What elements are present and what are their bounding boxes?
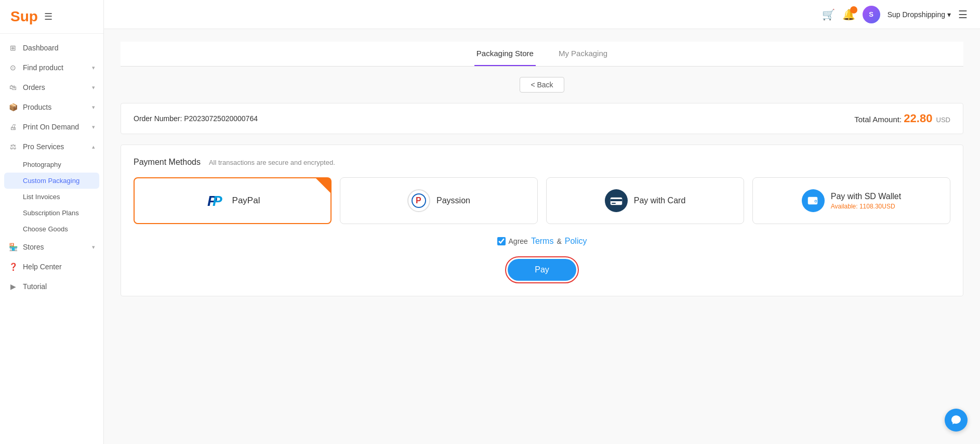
- sidebar-label-print-on-demand: Print On Demand: [23, 123, 79, 131]
- dashboard-icon: ⊞: [8, 43, 18, 53]
- payment-method-payssion[interactable]: P Payssion: [340, 177, 538, 224]
- sidebar-item-dashboard[interactable]: ⊞ Dashboard: [0, 38, 103, 58]
- payssion-label: Payssion: [436, 196, 470, 205]
- policy-link[interactable]: Policy: [565, 237, 587, 246]
- wallet-icon: [802, 189, 825, 212]
- sidebar-label-find-product: Find product: [23, 63, 63, 72]
- sidebar-item-subscription-plans[interactable]: Subscription Plans: [0, 205, 103, 221]
- sidebar-item-pro-services[interactable]: ⚖ Pro Services ▴: [0, 137, 103, 156]
- total-amount: Total Amount: 22.80 USD: [854, 112, 950, 125]
- card-label: Pay with Card: [634, 196, 686, 205]
- main-content: 🛒 🔔 S Sup Dropshipping ▾ ☰ Packaging Sto…: [104, 0, 980, 444]
- tab-my-packaging[interactable]: My Packaging: [557, 42, 610, 66]
- sd-wallet-balance: Available: 1108.30USD: [831, 203, 901, 210]
- sidebar: Sup ☰ ⊞ Dashboard ⊙ Find product ▾ 🛍 Ord…: [0, 0, 104, 444]
- products-icon: 📦: [8, 102, 18, 112]
- page-content: Packaging Store My Packaging < Back Orde…: [104, 29, 980, 444]
- payssion-icon: P: [407, 189, 430, 212]
- payment-title: Payment Methods: [134, 158, 201, 167]
- pay-button-wrapper: Pay: [505, 256, 579, 283]
- sidebar-item-custom-packaging[interactable]: Custom Packaging: [4, 173, 99, 189]
- user-avatar[interactable]: S: [863, 6, 880, 23]
- chat-icon: [950, 414, 962, 426]
- payment-section: Payment Methods All transactions are sec…: [121, 145, 963, 296]
- pay-button[interactable]: Pay: [508, 259, 576, 281]
- back-button[interactable]: < Back: [520, 77, 564, 93]
- paypal-label: PayPal: [232, 195, 260, 206]
- sd-wallet-label: Pay with SD Wallet: [831, 192, 901, 201]
- svg-text:P: P: [213, 193, 222, 209]
- sidebar-item-help-center[interactable]: ❓ Help Center: [0, 257, 103, 277]
- cart-icon[interactable]: 🛒: [822, 8, 835, 21]
- header-icons: 🛒 🔔 S Sup Dropshipping ▾ ☰: [822, 6, 968, 23]
- print-icon: 🖨: [8, 122, 18, 132]
- more-menu-icon[interactable]: ☰: [958, 8, 968, 21]
- sidebar-item-stores[interactable]: 🏪 Stores ▾: [0, 237, 103, 257]
- notification-icon[interactable]: 🔔: [842, 8, 855, 21]
- payment-header: Payment Methods All transactions are sec…: [134, 158, 950, 167]
- sidebar-item-products[interactable]: 📦 Products ▾: [0, 97, 103, 117]
- currency-label: USD: [936, 116, 950, 124]
- sidebar-item-choose-goods[interactable]: Choose Goods: [0, 221, 103, 237]
- sidebar-item-print-on-demand[interactable]: 🖨 Print On Demand ▾: [0, 117, 103, 137]
- user-name-text: Sup Dropshipping: [888, 10, 945, 19]
- chat-widget[interactable]: [945, 409, 968, 432]
- user-name[interactable]: Sup Dropshipping ▾: [888, 10, 951, 19]
- payment-method-card[interactable]: Pay with Card: [546, 177, 744, 224]
- hamburger-icon[interactable]: ☰: [44, 11, 52, 22]
- tab-packaging-store[interactable]: Packaging Store: [474, 42, 536, 66]
- chevron-down-icon: ▾: [92, 64, 95, 71]
- order-number-label: Order Number:: [134, 114, 182, 123]
- tutorial-icon: ▶: [8, 282, 18, 291]
- chevron-down-icon: ▾: [92, 104, 95, 111]
- agree-checkbox[interactable]: [497, 237, 506, 245]
- total-amount-value: 22.80: [904, 112, 932, 125]
- sidebar-item-orders[interactable]: 🛍 Orders ▾: [0, 77, 103, 97]
- total-label: Total Amount:: [854, 115, 902, 124]
- photography-label: Photography: [23, 161, 61, 168]
- stores-icon: 🏪: [8, 242, 18, 252]
- terms-link[interactable]: Terms: [531, 237, 554, 246]
- order-number-value: P20230725020000764: [184, 114, 258, 123]
- orders-icon: 🛍: [8, 83, 18, 92]
- chevron-down-icon: ▾: [92, 244, 95, 251]
- pay-button-row: Pay: [134, 256, 950, 283]
- agree-ampersand: &: [557, 237, 561, 245]
- card-icon: [605, 189, 628, 212]
- paypal-icon: P P: [205, 190, 226, 211]
- svg-point-9: [815, 201, 816, 202]
- user-chevron-icon: ▾: [947, 10, 951, 19]
- back-button-row: < Back: [121, 77, 963, 93]
- sidebar-item-photography[interactable]: Photography: [0, 156, 103, 173]
- svg-rect-6: [612, 203, 616, 204]
- avatar-initials: S: [869, 10, 873, 18]
- help-icon: ❓: [8, 262, 18, 271]
- svg-rect-5: [611, 199, 622, 201]
- page-tabs: Packaging Store My Packaging: [121, 42, 963, 67]
- sidebar-item-list-invoices[interactable]: List Invoices: [0, 189, 103, 205]
- sidebar-logo: Sup ☰: [0, 0, 103, 34]
- list-invoices-label: List Invoices: [23, 193, 60, 201]
- sd-wallet-info: Pay with SD Wallet Available: 1108.30USD: [831, 192, 901, 210]
- sidebar-label-help-center: Help Center: [23, 263, 62, 271]
- sidebar-item-find-product[interactable]: ⊙ Find product ▾: [0, 58, 103, 77]
- sidebar-label-stores: Stores: [23, 243, 44, 251]
- pro-services-icon: ⚖: [8, 142, 18, 151]
- payment-method-sd-wallet[interactable]: Pay with SD Wallet Available: 1108.30USD: [752, 177, 950, 224]
- sidebar-label-products: Products: [23, 103, 51, 111]
- choose-goods-label: Choose Goods: [23, 225, 68, 233]
- svg-text:P: P: [416, 196, 421, 205]
- sidebar-item-tutorial[interactable]: ▶ Tutorial: [0, 277, 103, 296]
- chevron-down-icon: ▾: [92, 84, 95, 91]
- chevron-down-icon: ▾: [92, 124, 95, 130]
- payment-method-paypal[interactable]: P P PayPal: [134, 177, 332, 224]
- sidebar-label-orders: Orders: [23, 83, 45, 92]
- chevron-up-icon: ▴: [92, 143, 95, 150]
- agree-row: Agree Terms & Policy: [134, 237, 950, 246]
- sidebar-nav: ⊞ Dashboard ⊙ Find product ▾ 🛍 Orders ▾ …: [0, 34, 103, 444]
- top-header: 🛒 🔔 S Sup Dropshipping ▾ ☰: [104, 0, 980, 29]
- search-icon: ⊙: [8, 63, 18, 72]
- sidebar-label-pro-services: Pro Services: [23, 142, 64, 151]
- sidebar-label-tutorial: Tutorial: [23, 282, 47, 291]
- subscription-plans-label: Subscription Plans: [23, 209, 79, 217]
